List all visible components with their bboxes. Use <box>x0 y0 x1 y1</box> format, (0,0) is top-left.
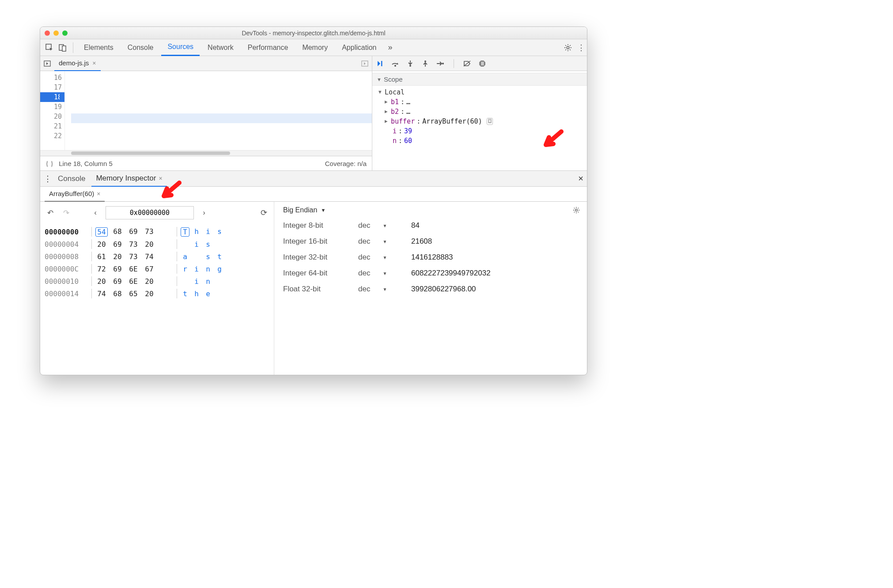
drawer-tab-label: Memory Inspector <box>96 174 156 183</box>
value-format-select[interactable]: dec▼ <box>358 221 411 230</box>
scope-header-label: Scope <box>384 75 403 83</box>
devtools-window: DevTools - memory-inspector.glitch.me/de… <box>40 26 587 375</box>
device-toolbar-icon[interactable] <box>57 42 68 53</box>
file-tab-demo-js[interactable]: demo-js.js × <box>54 56 101 71</box>
value-format-select[interactable]: dec▼ <box>358 269 411 278</box>
scope-panel: ▼Scope ▼Local ▶b1: … ▶b2: … ▶buffer: Arr… <box>372 71 587 170</box>
drawer-tab-console[interactable]: Console <box>53 171 90 187</box>
hex-row[interactable]: 0000001474686520the <box>45 287 269 300</box>
value-row: Integer 32-bitdec▼1416128883 <box>283 253 580 262</box>
tab-console[interactable]: Console <box>121 39 160 56</box>
hex-viewer: ↶ ↷ ‹ › ⟳ 0000000054686973This0000000420… <box>40 202 274 375</box>
pretty-print-icon[interactable]: { } <box>45 160 53 167</box>
hex-row[interactable]: 0000000420697320 is <box>45 238 269 250</box>
svg-point-9 <box>424 60 426 62</box>
endianness-select[interactable]: Big Endian▼ <box>283 206 325 214</box>
hex-table[interactable]: 0000000054686973This0000000420697320 is … <box>45 226 269 300</box>
minimize-window-button[interactable] <box>53 30 59 36</box>
scope-local-label: Local <box>385 87 405 97</box>
redo-icon[interactable]: ↷ <box>61 208 72 218</box>
scope-local[interactable]: ▼Local <box>377 87 585 97</box>
svg-rect-6 <box>381 61 382 66</box>
scope-header[interactable]: ▼Scope <box>372 73 587 86</box>
svg-rect-2 <box>62 46 66 51</box>
undo-icon[interactable]: ↶ <box>45 208 56 218</box>
resume-button[interactable] <box>376 59 385 68</box>
reveal-in-memory-icon[interactable]: ⌼ <box>487 118 493 125</box>
debugger-toolbar <box>372 56 587 71</box>
code-lines: for (var i = str.length; i < n; ++i) {i … <box>65 71 372 150</box>
inspect-element-icon[interactable] <box>44 42 55 53</box>
deactivate-breakpoints-button[interactable] <box>463 59 472 68</box>
close-memory-tab-icon[interactable]: × <box>97 190 100 197</box>
tab-memory[interactable]: Memory <box>296 39 334 56</box>
close-drawer-icon[interactable]: × <box>578 173 583 184</box>
memory-tab-label: ArrayBuffer(60) <box>49 190 94 197</box>
svg-point-7 <box>394 65 396 67</box>
close-tab-icon[interactable]: × <box>92 60 96 67</box>
run-snippet-icon[interactable] <box>361 60 368 67</box>
panel-tabbar: Elements Console Sources Network Perform… <box>40 39 587 56</box>
next-page-icon[interactable]: › <box>198 208 210 217</box>
kebab-menu-icon[interactable]: ⋮ <box>575 42 587 53</box>
editor-statusbar: { } Line 18, Column 5 Coverage: n/a <box>40 156 372 170</box>
step-over-button[interactable] <box>391 59 400 68</box>
maximize-window-button[interactable] <box>62 30 68 36</box>
tab-network[interactable]: Network <box>201 39 240 56</box>
close-window-button[interactable] <box>45 30 50 36</box>
var-b2[interactable]: ▶b2: … <box>377 107 585 117</box>
value-format-select[interactable]: dec▼ <box>358 237 411 246</box>
titlebar: DevTools - memory-inspector.glitch.me/de… <box>40 27 587 39</box>
var-buffer[interactable]: ▶buffer: ArrayBuffer(60)⌼ <box>377 117 585 126</box>
code-editor[interactable]: 16171819202122 for (var i = str.length; … <box>40 71 372 150</box>
step-into-button[interactable] <box>406 59 415 68</box>
value-row: Integer 64-bitdec▼6082227239949792032 <box>283 269 580 278</box>
svg-rect-11 <box>481 62 482 65</box>
file-tabbar: demo-js.js × <box>40 56 372 71</box>
value-list: Integer 8-bitdec▼84Integer 16-bitdec▼216… <box>283 221 580 294</box>
sources-panel: demo-js.js × 16171819202122 for (var i =… <box>40 56 587 171</box>
value-settings-icon[interactable] <box>573 207 580 214</box>
memory-tab-arraybuffer[interactable]: ArrayBuffer(60) × <box>45 187 105 202</box>
separator <box>73 42 73 53</box>
step-button[interactable] <box>436 59 445 68</box>
tab-sources[interactable]: Sources <box>161 39 200 56</box>
tab-application[interactable]: Application <box>336 39 382 56</box>
window-title: DevTools - memory-inspector.glitch.me/de… <box>45 30 583 37</box>
cursor-position: Line 18, Column 5 <box>59 160 113 167</box>
address-nav: ↶ ↷ ‹ › ⟳ <box>45 206 269 219</box>
value-format-select[interactable]: dec▼ <box>358 253 411 262</box>
drawer-tab-memory-inspector[interactable]: Memory Inspector × <box>91 171 166 187</box>
value-row: Integer 16-bitdec▼21608 <box>283 237 580 246</box>
tab-elements[interactable]: Elements <box>78 39 120 56</box>
var-b1[interactable]: ▶b1: … <box>377 97 585 107</box>
value-row: Float 32-bitdec▼3992806227968.00 <box>283 285 580 294</box>
annotation-arrow <box>157 181 184 203</box>
hex-row[interactable]: 0000000C72696E67ring <box>45 263 269 275</box>
step-out-button[interactable] <box>421 59 430 68</box>
tab-performance[interactable]: Performance <box>242 39 295 56</box>
navigator-toggle-icon[interactable] <box>44 60 51 67</box>
hex-row[interactable]: 0000001020696E20 in <box>45 275 269 287</box>
memory-inspector-tabbar: ArrayBuffer(60) × <box>40 187 587 202</box>
more-tabs-icon[interactable]: » <box>384 42 396 53</box>
settings-icon[interactable] <box>562 42 574 53</box>
debugger-pane: ▼Scope ▼Local ▶b1: … ▶b2: … ▶buffer: Arr… <box>372 56 587 170</box>
value-interpreter: Big Endian▼ Integer 8-bitdec▼84Integer 1… <box>274 202 587 375</box>
svg-point-8 <box>409 65 411 67</box>
svg-point-3 <box>567 46 569 49</box>
traffic-lights <box>45 30 68 36</box>
svg-point-10 <box>442 63 444 64</box>
endianness-label: Big Endian <box>283 206 317 214</box>
hex-row[interactable]: 0000000861207374a st <box>45 250 269 263</box>
address-input[interactable] <box>106 206 194 219</box>
hex-row[interactable]: 0000000054686973This <box>45 226 269 238</box>
drawer-menu-icon[interactable]: ⋮ <box>44 174 52 184</box>
drawer: ⋮ Console Memory Inspector × × ArrayBuff… <box>40 171 587 375</box>
value-format-select[interactable]: dec▼ <box>358 285 411 294</box>
pause-on-exceptions-button[interactable] <box>478 59 487 68</box>
prev-page-icon[interactable]: ‹ <box>90 208 101 217</box>
refresh-icon[interactable]: ⟳ <box>258 208 269 218</box>
line-gutter[interactable]: 16171819202122 <box>40 71 65 150</box>
horizontal-scrollbar[interactable] <box>40 150 372 156</box>
